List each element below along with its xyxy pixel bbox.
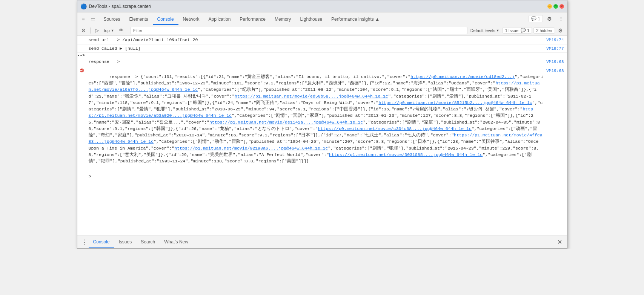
line-text: response---> (89, 58, 544, 65)
console-line: response---> VM19:68 (77, 58, 567, 66)
default-levels-selector[interactable]: Default levels ▼ (469, 28, 501, 34)
level-selector[interactable]: top ▼ (103, 28, 116, 34)
line-text: send called ▶ [null] (89, 45, 544, 52)
cover-link-9[interactable]: https://p1.meituan.net/movie/92198a6....… (174, 146, 328, 151)
line-source-link[interactable]: VM19:77 (546, 46, 564, 52)
prompt-symbol: > (89, 174, 92, 179)
cover-link-10[interactable]: https://p1.meituan.net/movie/3031085....… (329, 152, 483, 157)
bottom-tab-whats-new[interactable]: What's New (160, 237, 193, 248)
message-badge[interactable]: 💬 1 (529, 15, 543, 22)
console-toolbar: ⊘ ▷ top ▼ 👁 Default levels ▼ 1 Issue: 💬 … (77, 25, 567, 36)
line-text: response--> {"count":101,"results":[{"id… (89, 67, 544, 171)
console-line: send url---> /api/movie?limit=10&offset=… (77, 36, 567, 44)
tab-bar-left-controls: ≡ ▭ (79, 14, 98, 23)
issues-count: 1 (527, 28, 529, 33)
main-tabs: Sources Elements Console Network Applica… (99, 12, 529, 25)
issues-badge[interactable]: 1 Issue: 💬 1 (503, 27, 532, 34)
tab-memory[interactable]: Memory (270, 14, 295, 25)
title-bar: 🔵 DevTools - spa1.scrape.center/ ─ □ ✕ (77, 0, 567, 12)
maximize-button[interactable]: □ (553, 4, 558, 9)
tab-sources[interactable]: Sources (99, 14, 125, 25)
toolbar-right: Default levels ▼ 1 Issue: 💬 1 2 hidden ⚙ (469, 26, 565, 35)
minimize-button[interactable]: ─ (547, 4, 552, 9)
window-controls: ─ □ ✕ (547, 4, 564, 9)
line-text: send url---> /api/movie?limit=10&offset=… (89, 37, 544, 43)
more-button[interactable]: ⋮ (80, 238, 89, 246)
close-button[interactable]: ✕ (559, 4, 564, 9)
bottom-tab-bar: ⋮ Console Issues Search What's New ✕ (77, 235, 567, 248)
cover-link-7[interactable]: https://p0.meituan.net/movie/c304c68....… (318, 126, 472, 131)
console-output[interactable]: send url---> /api/movie?limit=10&offset=… (77, 36, 567, 235)
hidden-badge: 2 hidden (533, 28, 555, 34)
cover-link-5[interactable]: https://p1.meituan.net/movie/a53a020....… (89, 107, 533, 118)
window-title: DevTools - spa1.scrape.center/ (89, 4, 547, 9)
tab-performance[interactable]: Performance (235, 14, 270, 25)
console-prompt-line: > (77, 172, 567, 181)
message-count: 1 (538, 17, 540, 21)
tab-elements[interactable]: Elements (125, 14, 153, 25)
devtools-menu-button[interactable]: ≡ (79, 14, 88, 23)
default-levels-label: Default levels (470, 28, 495, 33)
devtools-icon: 🔵 (80, 3, 87, 9)
bottom-tab-search[interactable]: Search (136, 237, 160, 248)
bottom-tab-console[interactable]: Console (89, 237, 114, 248)
line-source-link[interactable]: VM19:68 (546, 59, 564, 65)
level-label: top (104, 28, 110, 33)
eye-button[interactable]: 👁 (117, 26, 126, 35)
bottom-bar-right: ✕ (556, 238, 564, 246)
tab-performance-insights[interactable]: Performance insights ▲ (327, 14, 384, 25)
tab-application[interactable]: Application (204, 14, 235, 25)
cover-link-3[interactable]: https://p1.meituan.net/movie/ed50b58....… (235, 94, 388, 99)
device-toolbar-button[interactable]: ▭ (89, 14, 98, 23)
tab-bar-right-controls: 💬 1 ⚙ ⋮ (529, 14, 565, 23)
settings-button[interactable]: ⚙ (545, 14, 554, 23)
issues-label: 1 Issue: (505, 28, 520, 33)
message-icon: 💬 (531, 16, 536, 21)
bottom-tab-issues[interactable]: Issues (114, 237, 137, 248)
cover-link-6[interactable]: https://p1.meituan.net/movie/de1142a....… (209, 120, 363, 125)
execute-button[interactable]: ▷ (93, 26, 101, 35)
line-source-link[interactable]: VM19:68 (546, 68, 564, 74)
tab-network[interactable]: Network (178, 14, 204, 25)
tab-console[interactable]: Console (153, 14, 178, 25)
main-tab-bar: ≡ ▭ Sources Elements Console Network App… (77, 12, 567, 25)
console-settings-button[interactable]: ⚙ (556, 26, 565, 35)
cover-link-4[interactable]: https://p0.meituan.net/movie/85215b2....… (379, 100, 532, 105)
cover-link-2[interactable]: https://p1.meituan.net/movie/a19a7f6....… (89, 81, 540, 92)
error-icon: ② (80, 67, 84, 75)
cover-link-1[interactable]: https://p0.meituan.net/movie/cd18ed2...j (410, 74, 515, 79)
console-response-line: ② response--> {"count":101,"results":[{"… (77, 66, 567, 172)
issues-dot: 💬 (521, 28, 526, 33)
cover-link-8[interactable]: https://p1.meituan.net/movie/4ffca83....… (89, 133, 543, 144)
divider-2 (128, 28, 128, 34)
level-dropdown-icon: ▼ (111, 29, 114, 32)
console-line: send called ▶ [null] VM19:77 (77, 44, 567, 53)
clear-console-button[interactable]: ⊘ (80, 26, 88, 35)
more-tools-button[interactable]: ⋮ (556, 14, 566, 23)
close-bottom-panel-button[interactable]: ✕ (556, 238, 564, 246)
line-source-link[interactable]: VM19:74 (546, 37, 564, 43)
filter-input[interactable] (131, 27, 467, 34)
divider-1 (90, 28, 91, 34)
tab-lighthouse[interactable]: Lighthouse (295, 14, 327, 25)
dropdown-icon: ▼ (496, 29, 500, 32)
